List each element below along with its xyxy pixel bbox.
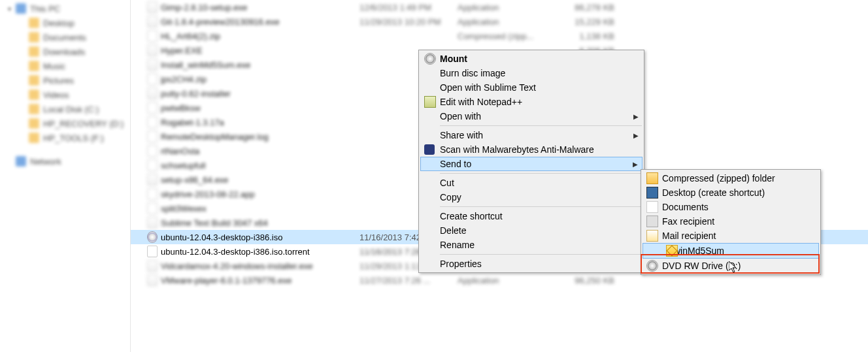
context-menu-item[interactable]: Open with▶ [420, 109, 643, 123]
tree-item[interactable]: Pictures [0, 73, 130, 88]
tree-item-label: Network [30, 157, 61, 167]
folder-icon [29, 133, 39, 143]
context-menu-item[interactable]: Rename [420, 238, 643, 252]
file-icon [147, 232, 158, 242]
zip-icon [646, 172, 658, 184]
file-name: pwtwBksw [161, 103, 357, 113]
menu-separator [440, 125, 642, 126]
file-size: 15,229 KB [536, 17, 614, 27]
context-menu-item[interactable]: Scan with Malwarebytes Anti-Malware [420, 142, 643, 157]
menu-item-label: Share with [440, 130, 483, 140]
context-menu-item[interactable]: Share with▶ [420, 128, 643, 142]
folder-icon [29, 104, 39, 114]
fax-icon [646, 216, 658, 227]
context-menu-item[interactable]: Create shortcut [420, 209, 643, 223]
file-icon [147, 131, 158, 142]
mail-icon [646, 230, 658, 242]
menu-item-label: Mount [440, 54, 467, 64]
disc-icon [424, 53, 436, 65]
tree-item[interactable]: Music [0, 59, 130, 73]
folder-icon [29, 32, 39, 42]
sendto-item[interactable]: Compressed (zipped) folder [643, 171, 819, 185]
file-name: rtNanOsta [161, 146, 357, 156]
tree-item-label: Music [43, 61, 65, 71]
folder-icon [16, 156, 26, 167]
file-row[interactable]: VMware-player-6.0.1-1379776.exe11/27/201… [131, 273, 868, 287]
file-name: Rogabet-1.3.17a [161, 118, 357, 127]
file-name: skydrive-2013-08-22.app [161, 189, 357, 199]
file-icon [147, 275, 158, 285]
folder-icon [16, 3, 26, 14]
file-row[interactable]: Git-1.8.4-preview20130916.exe11/29/2013 … [131, 14, 868, 29]
file-icon [147, 117, 158, 127]
context-menu-item[interactable]: Cut [420, 176, 643, 190]
tree-item-label: This PC [30, 4, 60, 14]
file-name: split3Wexex [161, 204, 357, 214]
tree-item[interactable]: Desktop [0, 16, 130, 30]
context-menu-item[interactable]: Burn disc image [420, 66, 643, 80]
file-row[interactable]: HL_Art64(2).zipCompressed (zipp...1,138 … [131, 29, 868, 43]
file-icon [147, 160, 158, 170]
sendto-item-label: DVD RW Drive (D:) [662, 261, 741, 271]
tree-item[interactable]: Documents [0, 30, 130, 44]
menu-item-label: Cut [440, 178, 454, 188]
sendto-item[interactable]: Desktop (create shortcut) [643, 185, 819, 200]
sendto-item-label: Documents [662, 202, 709, 212]
file-icon [147, 189, 158, 199]
file-icon [147, 261, 158, 271]
file-name: HL_Art64(2).zip [161, 31, 357, 41]
file-icon [147, 174, 158, 185]
sendto-item[interactable]: Fax recipient [643, 214, 819, 229]
sendto-item[interactable]: DVD RW Drive (D:) [643, 259, 819, 273]
menu-item-label: Open with [440, 111, 481, 121]
context-menu-item[interactable]: Mount [420, 52, 643, 66]
file-name: setup-x86_64.exe [161, 175, 357, 185]
menu-item-label: Rename [440, 240, 475, 250]
tree-item[interactable]: Videos [0, 88, 130, 102]
tree-item[interactable]: Downloads [0, 44, 130, 59]
tree-item[interactable]: HP_TOOLS (F:) [0, 131, 130, 145]
file-date: 11/27/2013 7:26 ... [359, 276, 458, 285]
file-icon [147, 31, 158, 41]
tree-item-label: Downloads [43, 47, 85, 57]
sendto-item-label: winMd5Sum [674, 246, 724, 256]
menu-item-label: Delete [440, 225, 466, 236]
sendto-item-label: Compressed (zipped) folder [662, 173, 775, 184]
tree-item-label: Videos [43, 90, 69, 100]
sendto-item[interactable]: winMd5Sum [643, 243, 819, 259]
np-icon [424, 96, 436, 108]
tree-item[interactable]: Network [0, 154, 130, 168]
folder-icon [29, 46, 39, 57]
context-menu-item[interactable]: Edit with Notepad++ [420, 95, 643, 109]
context-menu-item[interactable]: Delete [420, 223, 643, 238]
tree-item[interactable]: HP_RECOVERY (D:) [0, 116, 130, 131]
sendto-item-label: Fax recipient [662, 216, 714, 227]
file-row[interactable]: Gimp-2.8.10-setup.exe12/6/2013 1:49 PMAp… [131, 0, 868, 14]
tree-item[interactable]: This PC [0, 1, 130, 16]
context-menu: MountBurn disc imageOpen with Sublime Te… [418, 50, 644, 273]
tree-item-label: HP_RECOVERY (D:) [43, 119, 124, 129]
file-name: putty-0.62-installer [161, 89, 357, 99]
sendto-item[interactable]: Mail recipient [643, 229, 819, 243]
context-menu-item[interactable]: Copy [420, 190, 643, 204]
submenu-arrow-icon: ▶ [633, 132, 639, 139]
file-icon [147, 59, 158, 70]
file-icon [147, 88, 158, 99]
context-menu-item[interactable]: Properties [420, 257, 643, 271]
file-name: ubuntu-12.04.3-desktop-i386.iso.torrent [161, 247, 357, 257]
desk-icon [646, 187, 658, 199]
menu-item-label: Open with Sublime Text [440, 82, 536, 93]
folder-icon [29, 89, 39, 100]
menu-item-label: Burn disc image [440, 68, 505, 78]
context-menu-item[interactable]: Open with Sublime Text [420, 80, 643, 95]
menu-item-label: Edit with Notepad++ [440, 97, 522, 107]
file-icon [147, 246, 158, 257]
sendto-item[interactable]: Documents [643, 200, 819, 214]
file-icon [147, 16, 158, 27]
tree-item[interactable]: Local Disk (C:) [0, 102, 130, 116]
file-date: 12/6/2013 1:49 PM [359, 3, 458, 12]
file-icon [147, 45, 158, 56]
menu-separator [440, 206, 642, 207]
context-menu-item[interactable]: Send to▶ [420, 157, 643, 171]
submenu-arrow-icon: ▶ [633, 113, 639, 120]
